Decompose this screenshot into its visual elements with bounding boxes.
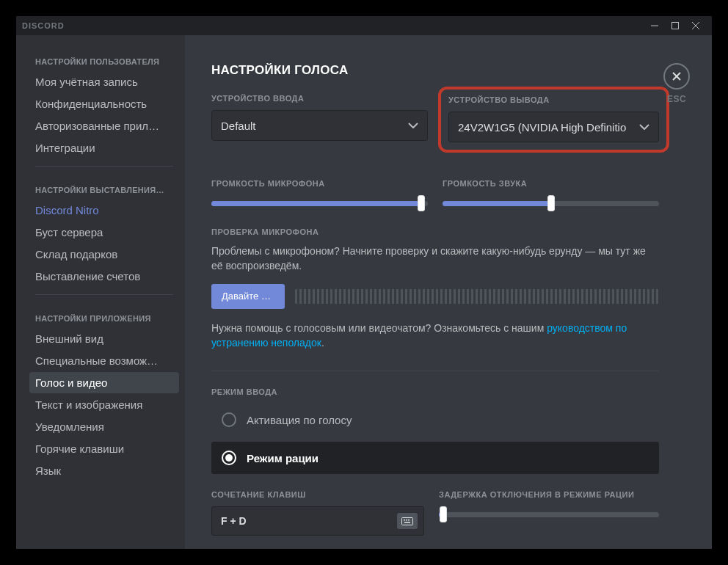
window-maximize-button[interactable] [665, 18, 685, 34]
svg-rect-8 [406, 520, 407, 521]
radio-ptt[interactable]: Режим рации [211, 442, 659, 474]
sidebar-item-voice-video[interactable]: Голос и видео [29, 372, 179, 393]
window-close-button[interactable] [685, 18, 706, 34]
release-delay-slider[interactable] [439, 506, 659, 522]
radio-voice-activation[interactable]: Активация по голосу [211, 404, 659, 436]
sidebar-item-privacy[interactable]: Конфиденциальность [29, 93, 179, 114]
output-device-value: 24V2W1G5 (NVIDIA High Definitio [458, 121, 626, 134]
sidebar-header-app: НАСТРОЙКИ ПРИЛОЖЕНИЯ [29, 302, 179, 327]
shortcut-value: F + D [221, 515, 247, 527]
sidebar-item-text-images[interactable]: Текст и изображения [29, 394, 179, 415]
sidebar-item-account[interactable]: Моя учётная запись [29, 71, 179, 92]
shortcut-input[interactable]: F + D [211, 506, 424, 536]
sidebar-item-language[interactable]: Язык [29, 460, 179, 481]
output-volume-slider[interactable] [443, 195, 659, 211]
app-window: DISCORD НАСТРОЙКИ ПОЛЬЗОВАТЕЛЯ Моя учётн… [16, 16, 712, 549]
input-device-label: УСТРОЙСТВО ВВОДА [211, 94, 428, 103]
sidebar-header-user: НАСТРОЙКИ ПОЛЬЗОВАТЕЛЯ [29, 57, 179, 70]
input-volume-slider[interactable] [211, 195, 428, 211]
keyboard-icon [397, 513, 418, 529]
close-settings-button[interactable] [663, 63, 690, 90]
svg-rect-9 [408, 520, 410, 521]
mic-check-label: ПРОВЕРКА МИКРОФОНА [211, 227, 659, 236]
input-device-value: Default [221, 120, 256, 132]
radio-label-voice-activation: Активация по голосу [247, 414, 352, 426]
input-mode-label: РЕЖИМ ВВОДА [211, 387, 659, 396]
settings-sidebar: НАСТРОЙКИ ПОЛЬЗОВАТЕЛЯ Моя учётная запис… [16, 35, 185, 549]
svg-rect-7 [404, 520, 405, 521]
sidebar-item-gifts[interactable]: Склад подарков [29, 244, 179, 265]
sidebar-item-boost[interactable]: Буст сервера [29, 222, 179, 243]
sidebar-divider [35, 166, 173, 167]
radio-icon [222, 412, 236, 427]
output-device-label: УСТРОЙСТВО ВЫВОДА [448, 95, 659, 104]
sidebar-item-accessibility[interactable]: Специальные возмож… [29, 350, 179, 371]
window-minimize-button[interactable] [644, 18, 665, 34]
close-icon [671, 70, 682, 82]
sidebar-item-integrations[interactable]: Интеграции [29, 137, 179, 158]
page-title: НАСТРОЙКИ ГОЛОСА [211, 63, 659, 78]
radio-label-ptt: Режим рации [247, 452, 318, 464]
input-volume-label: ГРОМКОСТЬ МИКРОФОНА [211, 179, 428, 188]
chevron-down-icon [408, 123, 418, 128]
sidebar-item-hotkeys[interactable]: Горячие клавиши [29, 438, 179, 459]
sidebar-item-notifications[interactable]: Уведомления [29, 416, 179, 437]
output-volume-label: ГРОМКОСТЬ ЗВУКА [443, 179, 659, 188]
close-label: ESC [663, 94, 690, 104]
sidebar-item-appearance[interactable]: Внешний вид [29, 328, 179, 349]
sidebar-item-nitro[interactable]: Discord Nitro [29, 200, 179, 221]
sidebar-divider [35, 294, 173, 295]
app-name: DISCORD [22, 21, 65, 30]
settings-content: ESC НАСТРОЙКИ ГОЛОСА УСТРОЙСТВО ВВОДА De… [185, 35, 712, 549]
svg-rect-6 [402, 517, 413, 525]
output-device-select[interactable]: 24V2W1G5 (NVIDIA High Definitio [448, 112, 659, 142]
mic-check-description: Проблемы с микрофоном? Начните проверку … [211, 244, 659, 274]
chevron-down-icon [639, 124, 649, 130]
content-divider [211, 371, 659, 371]
input-device-select[interactable]: Default [211, 110, 428, 141]
sidebar-item-authorized-apps[interactable]: Авторизованные прил… [29, 115, 179, 136]
voice-help-text: Нужна помощь с голосовым или видеочатом?… [211, 321, 659, 351]
svg-rect-1 [672, 23, 679, 29]
release-delay-label: ЗАДЕРЖКА ОТКЛЮЧЕНИЯ В РЕЖИМЕ РАЦИИ [439, 490, 659, 499]
mic-check-button[interactable]: Давайте пр… [211, 284, 285, 309]
shortcut-label: СОЧЕТАНИЕ КЛАВИШ [211, 490, 424, 499]
titlebar: DISCORD [16, 16, 712, 35]
sidebar-header-billing: НАСТРОЙКИ ВЫСТАВЛЕНИЯ… [29, 174, 179, 199]
radio-icon [222, 451, 236, 465]
svg-rect-10 [404, 522, 410, 523]
output-device-highlight: УСТРОЙСТВО ВЫВОДА 24V2W1G5 (NVIDIA High … [438, 87, 669, 153]
mic-level-meter [295, 289, 659, 304]
sidebar-item-billing[interactable]: Выставление счетов [29, 266, 179, 287]
